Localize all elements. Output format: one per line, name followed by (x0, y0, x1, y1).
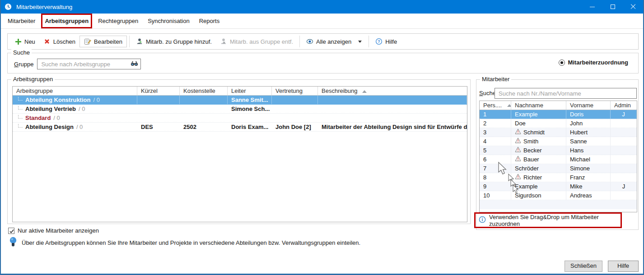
arbeitsgruppen-table-header: Arbeitsgruppe Kürzel Kostenstelle Leiter… (13, 87, 467, 96)
maximize-icon (611, 5, 615, 9)
lightbulb-icon (9, 236, 17, 249)
tab-strip: Mitarbeiter Arbeitsgruppen Rechtegruppen… (1, 14, 643, 29)
tab-arbeitsgruppen[interactable]: Arbeitsgruppen (44, 17, 89, 25)
binoculars-icon (131, 60, 138, 68)
column-header-persnr[interactable]: Pers.... (480, 101, 511, 110)
group-search-label: Gruppe (14, 61, 33, 68)
tree-branch-icon (18, 106, 23, 110)
person-cross-icon (220, 38, 227, 45)
mitarbeiter-legend: Mitarbeiter (480, 76, 511, 82)
close-icon (630, 4, 636, 9)
column-header-vorname[interactable]: Vorname (566, 101, 611, 110)
edit-pencil-icon (84, 38, 91, 45)
tree-branch-icon (18, 115, 23, 119)
dragdrop-hint-annotated: Verwenden Sie Drag&Drop um Mitarbeiter z… (474, 212, 622, 228)
tree-branch-icon (18, 97, 23, 101)
mitarbeiter-table-header: Pers.... Nachname Vorname Admin (480, 101, 637, 110)
member-row[interactable]: 7 Schröder Simone (480, 164, 637, 173)
arbeitsgruppen-groupbox: Arbeitsgruppen Arbeitsgruppe Kürzel Kost… (7, 79, 471, 224)
member-row[interactable]: 8 Richter Franz (480, 173, 637, 182)
member-row[interactable]: 2 Doe John (480, 119, 637, 128)
dragdrop-hint-text: Verwenden Sie Drag&Drop um Mitarbeiter z… (489, 214, 621, 227)
member-row[interactable]: 4 Smith Sanne (480, 137, 637, 146)
column-header-vertretung[interactable]: Vertretung (272, 87, 318, 95)
column-header-arbeitsgruppe[interactable]: Arbeitsgruppe (13, 87, 137, 95)
help-dialog-button[interactable]: Hilfe (608, 261, 639, 272)
member-row[interactable]: 5 Becker Hans (480, 146, 637, 155)
chevron-down-icon (358, 41, 362, 43)
plus-icon (14, 38, 22, 45)
question-circle-icon: ? (375, 38, 383, 45)
tab-mitarbeiter[interactable]: Mitarbeiter (7, 17, 36, 25)
column-header-kostenstelle[interactable]: Kostenstelle (180, 87, 228, 95)
toolbar-separator (369, 36, 369, 47)
member-row[interactable]: 3 Schmidt Hubert (480, 128, 637, 137)
close-dialog-button[interactable]: Schließen (565, 261, 602, 272)
sort-ascending-icon (362, 90, 367, 93)
panel-hint: Über die Arbeitsgruppen können Sie Ihre … (9, 236, 360, 249)
search-groupbox-legend: Suche (11, 49, 32, 56)
group-row[interactable]: Standard/ 0 (13, 114, 467, 123)
member-search-label: Suche (479, 90, 496, 96)
warning-triangle-icon (515, 146, 521, 155)
active-members-checkbox[interactable]: Nur aktive Mitarbeiter anzeigen (8, 227, 99, 234)
minimize-icon (590, 7, 595, 7)
empty-stripe-row (480, 200, 637, 209)
mitarbeiterzuordnung-radio[interactable]: Mitarbeiterzuordnung (559, 59, 628, 66)
group-search-input[interactable] (37, 59, 141, 69)
minimize-button[interactable] (582, 0, 602, 14)
new-button[interactable]: Neu (10, 36, 39, 47)
title-bar: Mitarbeiterverwaltung (1, 0, 643, 14)
toolbar: Neu Löschen Bearbeiten Mitarb. zu Gruppe… (7, 33, 639, 50)
search-groupbox: Suche Gruppe Mitarbeiterzuordnung (7, 53, 639, 73)
group-row[interactable]: Abteilung Vertrieb/ 0 Simone Sch... (13, 105, 467, 114)
hint-text: Über die Arbeitsgruppen können Sie Ihre … (22, 239, 360, 246)
add-member-to-group-button[interactable]: Mitarb. zu Gruppe hinzuf. (132, 36, 216, 47)
app-clock-icon (5, 3, 12, 10)
warning-triangle-icon (515, 137, 521, 146)
column-header-leiter[interactable]: Leiter (228, 87, 272, 95)
checkbox-label: Nur aktive Mitarbeiter anzeigen (18, 227, 99, 234)
tab-rechtegruppen[interactable]: Rechtegruppen (98, 17, 139, 25)
column-header-admin[interactable]: Admin (611, 101, 637, 110)
toolbar-separator (299, 36, 300, 47)
sort-ascending-icon (507, 104, 511, 107)
column-header-beschreibung[interactable]: Beschreibung (318, 87, 467, 95)
member-row[interactable]: 9 Example Mike J (480, 182, 637, 191)
member-row[interactable]: 1 Example Doris J (480, 110, 637, 119)
info-circle-icon (479, 216, 486, 225)
red-cross-icon (43, 38, 51, 45)
mitarbeiter-table: Pers.... Nachname Vorname Admin 1 Exampl… (479, 101, 637, 212)
column-header-kuerzel[interactable]: Kürzel (137, 87, 180, 95)
toolbar-separator (129, 36, 130, 47)
tab-synchronisation[interactable]: Synchronisation (147, 17, 190, 25)
toolbar-help-button[interactable]: ? Hilfe (371, 36, 401, 47)
show-all-button[interactable]: Alle anzeigen (302, 36, 355, 47)
delete-button[interactable]: Löschen (39, 36, 79, 47)
window-title: Mitarbeiterverwaltung (16, 4, 72, 10)
edit-button[interactable]: Bearbeiten (79, 36, 127, 47)
member-row[interactable]: 10 Sigurdson Andreas (480, 191, 637, 200)
eye-icon (306, 38, 313, 45)
mitarbeiter-groupbox: Mitarbeiter Suche Pers.... Nachname Vorn… (476, 79, 639, 230)
warning-triangle-icon (515, 173, 521, 182)
person-plus-icon (136, 38, 143, 45)
member-search-input[interactable] (495, 88, 637, 99)
arbeitsgruppen-table: Arbeitsgruppe Kürzel Kostenstelle Leiter… (12, 86, 467, 222)
column-header-nachname[interactable]: Nachname (511, 101, 566, 110)
app-window: Mitarbeiterverwaltung Mitarbeiter Arbeit… (0, 0, 644, 275)
warning-triangle-icon (515, 155, 521, 164)
tree-branch-icon (18, 124, 23, 128)
tab-reports[interactable]: Reports (199, 17, 220, 25)
close-button[interactable] (623, 0, 643, 14)
group-row[interactable]: Abteilung Konstruktion/ 0 Sanne Smit... (13, 96, 467, 105)
remove-member-from-group-button[interactable]: Mitarb. aus Gruppe entf. (216, 36, 297, 47)
svg-text:?: ? (378, 39, 380, 44)
member-row[interactable]: 6 Bauer Michael (480, 155, 637, 164)
radio-icon (559, 60, 565, 66)
group-row[interactable]: Abteilung Design/ 0 DES 2502 Doris Exam.… (13, 123, 467, 132)
checkbox-checked-icon (8, 228, 14, 234)
show-all-dropdown-button[interactable] (355, 39, 366, 45)
maximize-button[interactable] (602, 0, 623, 14)
arbeitsgruppen-legend: Arbeitsgruppen (11, 76, 55, 82)
